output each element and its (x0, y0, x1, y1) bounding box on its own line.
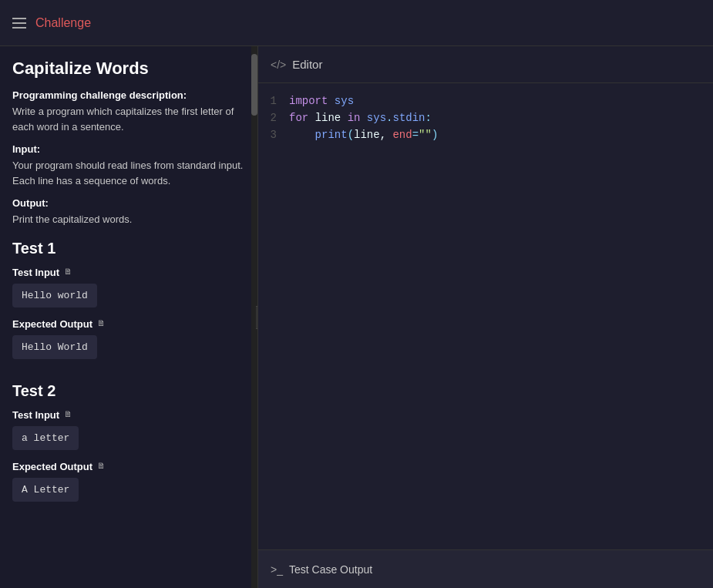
code-line-2: 2 for line in sys.stdin: (258, 109, 713, 126)
header-title: Challenge (35, 16, 91, 30)
top-header: Challenge (0, 0, 713, 46)
left-panel: Capitalize Words Programming challenge d… (0, 46, 258, 588)
test2-input-value: a letter (12, 426, 79, 450)
code-line-1: 1 import sys (258, 92, 713, 109)
test2-output-file-icon: 🗎 (97, 461, 108, 473)
test1-title: Test 1 (12, 240, 245, 257)
hamburger-icon[interactable] (12, 18, 26, 29)
test1-input-file-icon: 🗎 (64, 267, 75, 279)
test2-input-row: Test Input 🗎 (12, 409, 245, 422)
editor-header: </> Editor (258, 46, 713, 83)
line-number-3: 3 (258, 126, 289, 143)
test1-output-value: Hello World (12, 335, 97, 359)
description-label: Programming challenge description: (12, 89, 245, 101)
line-number-1: 1 (258, 92, 289, 109)
test1-input-row: Test Input 🗎 (12, 267, 245, 279)
test2-output-label: Expected Output (12, 461, 92, 472)
test2-title: Test 2 (12, 382, 245, 400)
test2-output-value: A Letter (12, 478, 79, 502)
input-label: Input: (12, 143, 245, 155)
test1-output-label: Expected Output (12, 318, 92, 330)
test2-input-label: Test Input (12, 409, 59, 421)
line-content-2: for line in sys.stdin: (289, 109, 432, 126)
input-text: Your program should read lines from stan… (12, 158, 245, 188)
test2-output-row: Expected Output 🗎 (12, 461, 245, 473)
output-text: Print the capitalized words. (12, 212, 245, 227)
left-panel-content: Capitalize Words Programming challenge d… (0, 46, 257, 588)
main-container: Capitalize Words Programming challenge d… (0, 46, 713, 588)
test1-input-value: Hello world (12, 284, 97, 307)
editor-title: Editor (292, 58, 322, 71)
line-content-1: import sys (289, 92, 354, 109)
output-label: Output: (12, 197, 245, 209)
challenge-title: Capitalize Words (12, 59, 245, 79)
terminal-icon: >_ (271, 563, 283, 576)
line-content-3: print(line, end="") (289, 126, 438, 143)
description-text: Write a program which capitalizes the fi… (12, 104, 245, 134)
bottom-bar-title: Test Case Output (289, 563, 372, 576)
test2-input-file-icon: 🗎 (64, 409, 75, 422)
right-panel: </> Editor 1 import sys 2 for line in sy… (258, 46, 713, 588)
test1-output-row: Expected Output 🗎 (12, 318, 245, 331)
scroll-thumb (251, 54, 257, 116)
code-line-3: 3 print(line, end="") (258, 126, 713, 143)
test1-output-file-icon: 🗎 (97, 318, 108, 331)
test1-input-label: Test Input (12, 267, 59, 278)
editor-area[interactable]: 1 import sys 2 for line in sys.stdin: 3 … (258, 83, 713, 549)
bottom-bar: >_ Test Case Output (258, 549, 713, 588)
line-number-2: 2 (258, 109, 289, 126)
editor-icon: </> (271, 59, 286, 71)
collapse-panel-button[interactable]: ‹ (256, 306, 258, 329)
